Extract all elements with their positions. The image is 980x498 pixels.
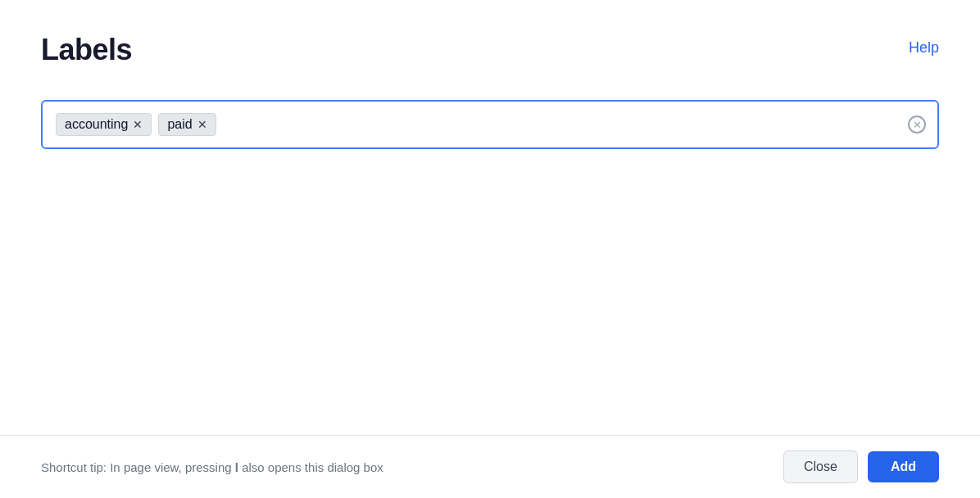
- page-container: Labels Help accounting ✕ paid ✕ ✕: [0, 0, 980, 435]
- content-spacer: [41, 149, 939, 435]
- tag-accounting-label: accounting: [65, 117, 128, 132]
- shortcut-tip: Shortcut tip: In page view, pressing l a…: [41, 460, 383, 474]
- footer-actions: Close Add: [783, 450, 939, 483]
- shortcut-tip-prefix: Shortcut tip: In page view, pressing: [41, 460, 235, 474]
- clear-all-icon: ✕: [908, 115, 926, 134]
- shortcut-tip-suffix: also opens this dialog box: [238, 460, 383, 474]
- tag-paid-remove[interactable]: ✕: [197, 119, 207, 130]
- add-button[interactable]: Add: [868, 451, 939, 482]
- page-title: Labels: [41, 33, 132, 67]
- tag-accounting-remove[interactable]: ✕: [133, 119, 143, 130]
- help-link[interactable]: Help: [909, 39, 939, 57]
- footer-bar: Shortcut tip: In page view, pressing l a…: [0, 435, 980, 498]
- clear-all-button[interactable]: ✕: [908, 115, 926, 134]
- tags-input-field[interactable]: accounting ✕ paid ✕ ✕: [41, 100, 939, 149]
- tag-paid-label: paid: [167, 117, 192, 132]
- tag-accounting: accounting ✕: [56, 113, 152, 136]
- header-row: Labels Help: [41, 33, 939, 67]
- tag-paid: paid ✕: [158, 113, 216, 136]
- close-button[interactable]: Close: [783, 450, 858, 483]
